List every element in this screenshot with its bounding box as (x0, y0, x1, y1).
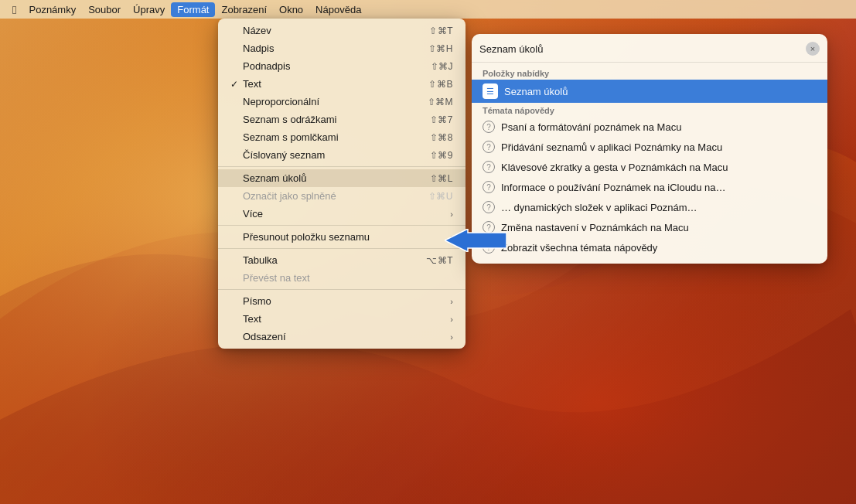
text-check: ✓ (230, 79, 243, 90)
menubar-upravy[interactable]: Úpravy (127, 2, 171, 17)
menubar-soubor[interactable]: Soubor (82, 2, 127, 17)
divider-2 (218, 225, 466, 226)
menubar-zobrazeni[interactable]: Zobrazení (215, 2, 273, 17)
tabulka-shortcut: ⌥⌘T (426, 255, 453, 266)
question-icon-1: ? (483, 121, 495, 133)
pomlcky-shortcut: ⇧⌘8 (430, 132, 453, 143)
help-topic-7[interactable]: ? Zobrazit všechna témata nápovědy (472, 237, 827, 257)
menubar-format[interactable]: Formát (171, 2, 215, 17)
help-topic-3-label: Klávesové zkratky a gesta v Poznámkách n… (501, 162, 817, 173)
menu-item-seznam-pomlcky[interactable]: Seznam s pomlčkami ⇧⌘8 (218, 128, 466, 146)
question-icon-3: ? (483, 161, 495, 173)
menu-item-pismo[interactable]: Písmo › (218, 292, 466, 310)
menubar-poznamky[interactable]: Poznámky (22, 2, 82, 17)
menu-item-vice[interactable]: Více › (218, 205, 466, 223)
menu-item-seznam-ukolu[interactable]: Seznam úkolů ⇧⌘L (218, 169, 466, 187)
help-menu-result[interactable]: ☰ Seznam úkolů (472, 80, 827, 103)
odrazky-label: Seznam s odrážkami (243, 114, 430, 125)
help-topic-2-label: Přidávání seznamů v aplikaci Poznámky na… (501, 141, 817, 153)
pismo-label: Písmo (243, 295, 450, 307)
help-section-topics: Témata nápovědy (472, 103, 827, 117)
menu-item-nadpis[interactable]: Nadpis ⇧⌘H (218, 39, 466, 57)
vice-arrow: › (450, 209, 453, 219)
oznacit-shortcut: ⇧⌘U (428, 191, 453, 202)
help-menu-result-label: Seznam úkolů (504, 86, 817, 97)
help-topic-4-label: Informace o používání Poznámek na iCloud… (501, 182, 817, 193)
ukolu-shortcut: ⇧⌘L (430, 173, 453, 184)
nazev-label: Název (243, 25, 429, 36)
menu-item-nazev[interactable]: Název ⇧⌘T (218, 22, 466, 39)
menu-item-neproporcionalni[interactable]: Neproporcionální ⇧⌘M (218, 93, 466, 111)
presunout-label: Přesunout položku seznamu (243, 231, 450, 243)
menu-item-text2[interactable]: Text › (218, 310, 466, 328)
cislovany-shortcut: ⇧⌘9 (430, 150, 453, 161)
question-icon-4: ? (483, 181, 495, 193)
divider-3 (218, 248, 466, 249)
help-topic-1[interactable]: ? Psaní a formátování poznámek na Macu (472, 117, 827, 137)
menubar-okno[interactable]: Okno (273, 2, 309, 17)
prevest-label: Převést na text (243, 272, 453, 284)
help-topic-1-label: Psaní a formátování poznámek na Macu (501, 121, 817, 133)
help-topic-2[interactable]: ? Přidávání seznamů v aplikaci Poznámky … (472, 137, 827, 157)
nepropo-label: Neproporcionální (243, 96, 428, 107)
help-topic-6[interactable]: ? Změna nastavení v Poznámkách na Macu (472, 217, 827, 237)
menu-item-tabulka[interactable]: Tabulka ⌥⌘T (218, 251, 466, 269)
help-topic-4[interactable]: ? Informace o používání Poznámek na iClo… (472, 177, 827, 197)
menu-item-prevest: Převést na text (218, 269, 466, 287)
help-topic-3[interactable]: ? Klávesové zkratky a gesta v Poznámkách… (472, 157, 827, 177)
nepropo-shortcut: ⇧⌘M (428, 97, 454, 107)
menu-item-cislovany[interactable]: Číslovaný seznam ⇧⌘9 (218, 146, 466, 164)
nadpis-label: Nadpis (243, 43, 428, 54)
odrazky-shortcut: ⇧⌘7 (430, 114, 453, 125)
menu-item-podnadpis[interactable]: Podnadpis ⇧⌘J (218, 57, 466, 75)
tabulka-label: Tabulka (243, 254, 426, 266)
blue-arrow-cursor (445, 229, 506, 255)
menubar-apple[interactable]:  (6, 3, 22, 16)
pismo-arrow: › (450, 297, 453, 306)
ukolu-label: Seznam úkolů (243, 172, 430, 184)
text2-label: Text (243, 313, 450, 325)
menu-item-text[interactable]: ✓ Text ⇧⌘B (218, 75, 466, 93)
pomlcky-label: Seznam s pomlčkami (243, 131, 430, 143)
menubar-napoveda[interactable]: Nápověda (309, 2, 367, 17)
svg-marker-2 (445, 229, 506, 252)
odsazeni-arrow: › (450, 332, 453, 342)
help-search-row: × (472, 42, 827, 63)
help-topic-5-label: … dynamických složek v aplikaci Poznám… (501, 202, 817, 213)
help-panel: × Položky nabídky ☰ Seznam úkolů Témata … (472, 34, 827, 264)
help-topic-6-label: Změna nastavení v Poznámkách na Macu (501, 222, 817, 233)
text-label: Text (243, 78, 428, 90)
vice-label: Více (243, 208, 450, 220)
help-section-menu-items: Položky nabídky (472, 66, 827, 80)
help-close-button[interactable]: × (806, 42, 820, 56)
odsazeni-label: Odsazení (243, 331, 450, 342)
question-icon-5: ? (483, 201, 495, 213)
menu-item-oznacit: Označit jako splněné ⇧⌘U (218, 187, 466, 205)
divider-1 (218, 166, 466, 167)
text2-arrow: › (450, 315, 453, 324)
nadpis-shortcut: ⇧⌘H (428, 43, 453, 54)
format-menu: Název ⇧⌘T Nadpis ⇧⌘H Podnadpis ⇧⌘J ✓ Tex… (218, 19, 466, 349)
checklist-icon: ☰ (486, 87, 494, 97)
divider-4 (218, 289, 466, 290)
cislovany-label: Číslovaný seznam (243, 149, 430, 161)
nazev-shortcut: ⇧⌘T (429, 26, 453, 36)
question-icon-2: ? (483, 141, 495, 153)
menu-item-odsazeni[interactable]: Odsazení › (218, 328, 466, 346)
oznacit-label: Označit jako splněné (243, 190, 428, 202)
podnadpis-label: Podnadpis (243, 60, 431, 72)
close-icon: × (810, 44, 815, 53)
menu-item-presunout[interactable]: Přesunout položku seznamu › (218, 228, 466, 246)
text-shortcut: ⇧⌘B (428, 79, 453, 90)
podnadpis-shortcut: ⇧⌘J (431, 61, 454, 72)
help-topic-7-label: Zobrazit všechna témata nápovědy (501, 242, 817, 254)
menubar:  Poznámky Soubor Úpravy Formát Zobrazen… (0, 0, 856, 19)
help-menu-icon: ☰ (483, 83, 498, 99)
menu-item-seznam-odrazky[interactable]: Seznam s odrážkami ⇧⌘7 (218, 111, 466, 128)
help-topic-5[interactable]: ? … dynamických složek v aplikaci Poznám… (472, 197, 827, 217)
help-search-input[interactable] (479, 43, 806, 55)
